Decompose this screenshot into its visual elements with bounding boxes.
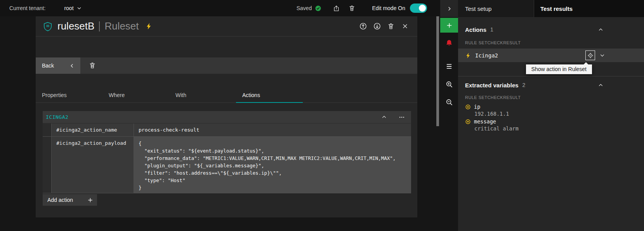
saved-status: Saved [297, 5, 322, 12]
checkmark-filled-icon [315, 5, 321, 12]
ruleset-shield-icon [43, 21, 53, 31]
rule-name-label: RULE SETCHECKRESULT [465, 95, 644, 100]
app-root: Current tenant: root Saved [0, 0, 644, 231]
chevron-up-icon [381, 114, 387, 120]
lightning-bolt-icon [145, 23, 153, 30]
add-action-button[interactable]: Add action [43, 194, 97, 206]
variable-head: ip [465, 104, 638, 110]
page-title: rulesetB [57, 20, 94, 32]
field-value[interactable]: process-check-result [134, 123, 411, 136]
ruleset-tabs: Properties Where With Actions [36, 88, 417, 103]
trash-icon [89, 62, 96, 69]
section-title: Extracted variables [465, 82, 519, 89]
zoom-out-button[interactable] [440, 95, 458, 109]
overflow-menu-button[interactable] [397, 113, 406, 122]
action-name: Icinga2 [475, 52, 498, 59]
zoom-in-button[interactable] [440, 77, 458, 92]
crosshair-icon [587, 52, 594, 59]
chevron-down-icon[interactable] [599, 52, 605, 58]
tab-where[interactable]: Where [102, 88, 169, 103]
chevron-up-icon[interactable] [598, 82, 604, 88]
tab-test-results[interactable]: Test results [534, 0, 644, 17]
section-title: Actions [465, 26, 486, 33]
tab-test-setup[interactable]: Test setup [458, 0, 534, 17]
field-row-action-payload[interactable]: #icinga2_action_payload { "exit_status":… [43, 137, 411, 193]
vertical-scrollbar[interactable] [436, 16, 439, 126]
rule-name-label: RULE SETCHECKRESULT [465, 40, 644, 45]
action-item-row[interactable]: Icinga2 [458, 49, 644, 62]
delete-selected-button[interactable] [86, 59, 99, 72]
rows-icon [446, 63, 453, 70]
ruleset-card: rulesetB Ruleset [36, 16, 417, 217]
variable-name: message [474, 118, 496, 125]
action-group-header: ICINGA2 [43, 111, 411, 123]
ruleset-card-header: rulesetB Ruleset [36, 16, 417, 36]
section-count: 1 [490, 26, 493, 33]
collapse-panel-button[interactable] [440, 0, 458, 17]
tenant-value: root [64, 5, 73, 11]
edit-mode-label: Edit mode On [372, 5, 405, 11]
field-row-action-name[interactable]: #icinga2_action_name process-check-resul… [43, 123, 411, 137]
toggle-knob [419, 5, 426, 12]
tenant-dropdown[interactable]: root [64, 5, 82, 11]
action-editor: ICINGA2 [43, 111, 411, 206]
payload-code[interactable]: { "exit_status": "${event.payload.status… [139, 140, 406, 191]
test-results-body: Actions 1 RULE SETCHECKRESULT Icinga2 [458, 17, 644, 231]
edit-mode-toggle[interactable] [410, 3, 427, 13]
variable-value: 192.168.1.1 [474, 111, 638, 117]
tab-actions[interactable]: Actions [236, 88, 303, 103]
title-divider [99, 21, 100, 31]
export-button[interactable] [330, 2, 342, 14]
variables-section-header[interactable]: Extracted variables 2 [458, 80, 644, 90]
field-key: #icinga2_action_name [52, 123, 134, 136]
main-column: Current tenant: root Saved [0, 0, 440, 231]
zoom-in-icon [446, 81, 453, 88]
back-label: Back [42, 63, 54, 69]
ruleset-type-label: Ruleset [104, 20, 139, 32]
upload-button[interactable] [356, 19, 370, 33]
show-action-tooltip: Show action in Ruleset [526, 64, 592, 74]
test-panel: Test setup Test results Actions 1 RULE S… [458, 0, 644, 231]
editor-toolbar: Back [36, 57, 417, 74]
saved-label: Saved [297, 5, 312, 11]
variable-name: ip [474, 104, 480, 110]
rail-add-button[interactable] [440, 18, 458, 33]
notifications-button[interactable] [440, 36, 458, 50]
download-button[interactable] [370, 19, 384, 33]
variable-dot-icon [465, 104, 471, 110]
row-gutter [43, 137, 52, 193]
trash-icon [349, 5, 355, 12]
field-key: #icinga2_action_payload [52, 137, 134, 193]
row-gutter [43, 123, 52, 136]
lightning-bolt-icon [465, 52, 471, 59]
tab-properties[interactable]: Properties [36, 88, 102, 103]
back-button[interactable]: Back [36, 57, 80, 74]
download-cloud-icon [373, 23, 381, 30]
bell-icon [445, 39, 453, 47]
close-icon [402, 23, 408, 30]
chevron-up-icon[interactable] [598, 27, 604, 33]
action-group-controls [379, 113, 406, 122]
tenant-label: Current tenant: [9, 5, 45, 11]
overflow-menu-icon [399, 114, 405, 120]
actions-section-header[interactable]: Actions 1 [458, 24, 644, 35]
tab-with[interactable]: With [169, 88, 236, 103]
upload-cloud-icon [359, 23, 367, 30]
rows-view-button[interactable] [440, 59, 458, 74]
action-group-title: ICINGA2 [46, 114, 68, 120]
chevron-right-icon [446, 6, 452, 12]
variable-item: message critical alarm [458, 118, 644, 132]
collapse-group-button[interactable] [379, 113, 389, 122]
delete-ruleset-button[interactable] [384, 19, 398, 33]
field-value[interactable]: { "exit_status": "${event.payload.status… [134, 137, 411, 193]
show-action-button[interactable] [585, 50, 595, 60]
plus-icon [446, 22, 453, 29]
trash-icon [387, 23, 394, 30]
test-panel-tabs: Test setup Test results [458, 0, 644, 17]
close-button[interactable] [398, 19, 412, 33]
panel-divider [458, 76, 644, 76]
top-bar: Current tenant: root Saved [0, 0, 440, 16]
delete-button-topbar[interactable] [345, 2, 358, 14]
section-count: 2 [522, 82, 526, 88]
variable-item: ip 192.168.1.1 [458, 104, 644, 117]
